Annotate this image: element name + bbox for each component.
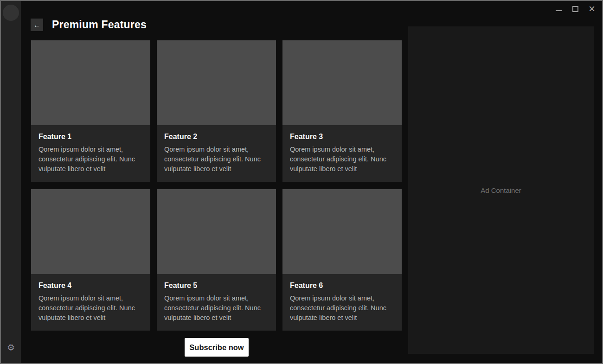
feature-card-4[interactable]: Feature 4 Qorem ipsum dolor sit amet, co… — [31, 189, 150, 331]
page-header: ← Premium Features — [31, 19, 147, 31]
sidebar: ⚙ — [1, 1, 21, 363]
feature-card-body: Feature 4 Qorem ipsum dolor sit amet, co… — [31, 274, 150, 330]
feature-image-placeholder — [31, 189, 150, 274]
ad-container-label: Ad Container — [481, 186, 521, 194]
settings-button[interactable]: ⚙ — [1, 341, 21, 354]
feature-description: Qorem ipsum dolor sit amet, consectetur … — [38, 294, 143, 323]
feature-card-5[interactable]: Feature 5 Qorem ipsum dolor sit amet, co… — [157, 189, 276, 331]
feature-image-placeholder — [31, 40, 150, 125]
feature-card-body: Feature 6 Qorem ipsum dolor sit amet, co… — [282, 274, 402, 330]
feature-image-placeholder — [282, 40, 402, 125]
maximize-icon — [572, 6, 578, 12]
gear-icon: ⚙ — [7, 343, 15, 352]
feature-card-3[interactable]: Feature 3 Qorem ipsum dolor sit amet, co… — [282, 40, 402, 182]
feature-title: Feature 2 — [164, 133, 269, 141]
close-button[interactable]: × — [585, 2, 598, 15]
app-window: { "header": { "title": "Premium Features… — [0, 0, 603, 364]
feature-description: Qorem ipsum dolor sit amet, consectetur … — [290, 145, 394, 174]
feature-card-body: Feature 1 Qorem ipsum dolor sit amet, co… — [31, 125, 150, 181]
feature-card-body: Feature 2 Qorem ipsum dolor sit amet, co… — [157, 125, 276, 181]
back-arrow-icon: ← — [33, 21, 40, 28]
feature-title: Feature 6 — [290, 281, 394, 290]
feature-card-2[interactable]: Feature 2 Qorem ipsum dolor sit amet, co… — [157, 40, 276, 182]
feature-description: Qorem ipsum dolor sit amet, consectetur … — [290, 294, 394, 323]
subscribe-button[interactable]: Subscribe now — [185, 338, 249, 357]
feature-card-1[interactable]: Feature 1 Qorem ipsum dolor sit amet, co… — [31, 40, 150, 182]
ad-container: Ad Container — [408, 26, 594, 354]
feature-title: Feature 4 — [38, 281, 143, 290]
back-button[interactable]: ← — [31, 19, 43, 31]
feature-card-6[interactable]: Feature 6 Qorem ipsum dolor sit amet, co… — [282, 189, 402, 331]
feature-card-body: Feature 3 Qorem ipsum dolor sit amet, co… — [282, 125, 402, 181]
feature-image-placeholder — [157, 40, 276, 125]
feature-description: Qorem ipsum dolor sit amet, consectetur … — [38, 145, 143, 174]
feature-grid: Feature 1 Qorem ipsum dolor sit amet, co… — [31, 40, 402, 331]
feature-title: Feature 3 — [290, 133, 394, 141]
close-icon: × — [589, 3, 595, 14]
feature-card-body: Feature 5 Qorem ipsum dolor sit amet, co… — [157, 274, 276, 330]
window-controls: × — [552, 1, 598, 17]
feature-image-placeholder — [282, 189, 402, 274]
maximize-button[interactable] — [569, 2, 582, 15]
page-title: Premium Features — [52, 19, 147, 31]
minimize-icon — [556, 7, 562, 11]
feature-title: Feature 1 — [38, 133, 143, 141]
minimize-button[interactable] — [552, 2, 565, 15]
feature-description: Qorem ipsum dolor sit amet, consectetur … — [164, 145, 269, 174]
feature-image-placeholder — [157, 189, 276, 274]
avatar[interactable] — [3, 5, 19, 21]
feature-title: Feature 5 — [164, 281, 269, 290]
feature-description: Qorem ipsum dolor sit amet, consectetur … — [164, 294, 269, 323]
